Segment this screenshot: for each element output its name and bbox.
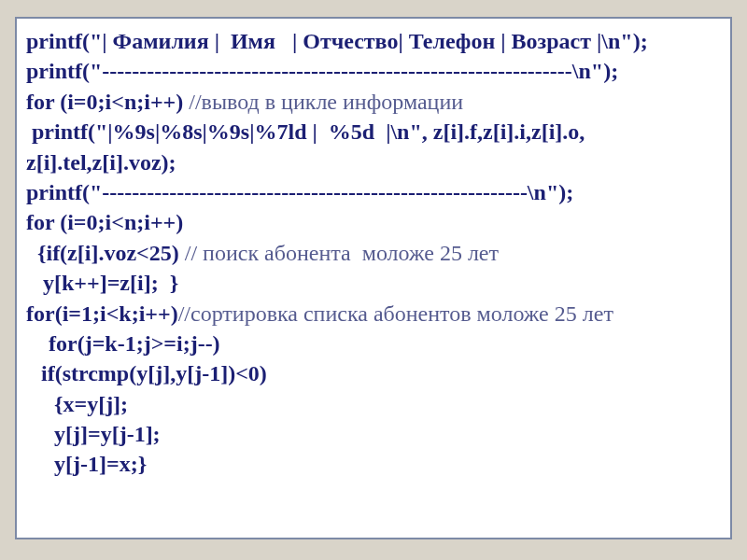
- code-text: z[i].tel,z[i].voz);: [26, 150, 176, 175]
- code-line-15: y[j-1]=x;}: [26, 449, 721, 479]
- code-line-10: for(i=1;i<k;i++)//сортировка списка абон…: [26, 299, 721, 329]
- code-line-7: for (i=0;i<n;i++): [26, 207, 721, 237]
- code-text: for (i=0;i<n;i++): [26, 90, 189, 114]
- code-line-12: if(strcmp(y[j],y[j-1])<0): [26, 358, 721, 388]
- code-text: for(i=1;i<k;i++): [26, 301, 178, 326]
- code-line-11: for(j=k-1;j>=i;j--): [26, 329, 721, 358]
- code-box: printf("| Фамилия | Имя | Отчество| Теле…: [15, 17, 732, 539]
- code-line-8: {if(z[i].voz<25) // поиск абонента молож…: [26, 238, 721, 268]
- code-text: for(j=k-1;j>=i;j--): [26, 331, 220, 356]
- code-text: printf("| Фамилия | Имя | Отчество| Теле…: [26, 29, 648, 53]
- comment-text: //вывод в цикле информации: [189, 90, 463, 114]
- code-line-1: printf("| Фамилия | Имя | Отчество| Теле…: [26, 26, 721, 56]
- code-text: y[k++]=z[i]; }: [26, 271, 178, 295]
- code-text: {if(z[i].voz<25): [26, 241, 185, 265]
- code-line-3: for (i=0;i<n;i++) //вывод в цикле информ…: [26, 87, 721, 117]
- code-line-14: y[j]=y[j-1];: [26, 419, 721, 449]
- code-text: {x=y[j];: [26, 392, 128, 416]
- code-text: y[j-1]=x;}: [26, 452, 147, 476]
- code-line-2: printf("--------------------------------…: [26, 56, 721, 86]
- code-text: printf("--------------------------------…: [26, 59, 618, 83]
- code-line-4: printf("|%9s|%8s|%9s|%7ld | %5d |\n", z[…: [26, 117, 721, 147]
- code-text: for (i=0;i<n;i++): [26, 210, 183, 234]
- code-line-9: y[k++]=z[i]; }: [26, 268, 721, 298]
- comment-text: // поиск абонента моложе 25 лет: [185, 241, 499, 265]
- comment-text: //сортировка списка абонентов моложе 25 …: [178, 301, 613, 326]
- code-text: printf("--------------------------------…: [26, 180, 573, 204]
- slide: printf("| Фамилия | Имя | Отчество| Теле…: [0, 0, 747, 560]
- code-text: printf("|%9s|%8s|%9s|%7ld | %5d |\n", z[…: [26, 119, 585, 144]
- code-line-5: z[i].tel,z[i].voz);: [26, 147, 721, 177]
- highlighted-code: if(strcmp(y[j],y[j-1])<0): [26, 358, 282, 388]
- code-line-6: printf("--------------------------------…: [26, 177, 721, 207]
- code-line-13: {x=y[j];: [26, 389, 721, 419]
- code-text: y[j]=y[j-1];: [26, 422, 161, 446]
